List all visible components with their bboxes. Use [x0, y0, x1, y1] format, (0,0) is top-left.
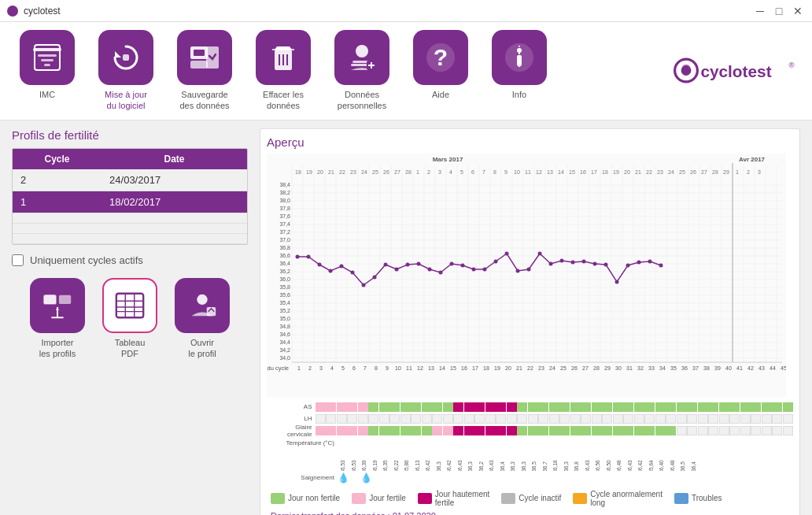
svg-point-199 — [450, 261, 454, 265]
as-cell — [379, 402, 389, 412]
svg-point-215 — [626, 263, 630, 267]
as-cell — [474, 402, 485, 412]
close-button[interactable]: ✕ — [790, 3, 806, 19]
temp-cell: 36,40 — [656, 441, 666, 471]
table-row[interactable] — [13, 233, 247, 243]
cervical-cell — [389, 426, 400, 435]
legend-inactive-label: Cycle inactif — [519, 494, 561, 502]
maximize-button[interactable]: □ — [771, 3, 787, 19]
import-label: Importerles profils — [39, 337, 76, 360]
temp-value: 35,64 — [648, 460, 654, 471]
cervical-cell — [581, 426, 591, 435]
temp-cell: 36,3 — [434, 441, 444, 471]
imc-label: IMC — [39, 89, 55, 100]
as-cell — [549, 402, 559, 412]
as-cell — [655, 402, 666, 412]
as-cell — [783, 402, 793, 412]
cervical-cell — [316, 426, 326, 435]
svg-text:25: 25 — [560, 365, 567, 371]
legend-highly-fertile-label: Jour hautementfertile — [435, 490, 490, 507]
as-cell — [762, 402, 772, 412]
table-row[interactable]: 118/02/2017 — [13, 191, 247, 213]
as-cell — [316, 402, 326, 412]
svg-text:35,4: 35,4 — [279, 300, 290, 306]
svg-text:20: 20 — [317, 169, 323, 175]
lh-cell — [740, 414, 751, 424]
svg-text:cyclotest: cyclotest — [700, 62, 771, 80]
svg-text:35,6: 35,6 — [279, 292, 290, 298]
cervical-cell — [719, 426, 729, 435]
minimize-button[interactable]: ─ — [752, 3, 768, 19]
toolbar-item-imc[interactable]: IMC — [16, 30, 79, 100]
cervical-cell — [474, 426, 485, 435]
svg-text:17: 17 — [591, 169, 597, 175]
svg-text:43: 43 — [758, 365, 765, 371]
toolbar-item-erase[interactable]: Effacer lesdonnées — [252, 30, 315, 112]
date-cell: 24/03/2017 — [102, 169, 247, 191]
svg-text:45: 45 — [781, 365, 786, 371]
ouvrir-button[interactable]: Ouvrirle profil — [171, 278, 234, 360]
toolbar-item-backup[interactable]: Sauvegardedes données — [173, 30, 236, 112]
temp-cell: 36,7 — [540, 441, 550, 471]
svg-text:35,0: 35,0 — [279, 316, 290, 321]
toolbar-item-personal[interactable]: Donnéespersonnelles — [330, 30, 393, 112]
temp-cell: 36,3 — [561, 441, 571, 471]
svg-text:38,2: 38,2 — [279, 190, 290, 195]
svg-text:34: 34 — [659, 365, 666, 371]
backup-icon-box — [177, 30, 232, 85]
as-cell — [634, 402, 644, 412]
temp-value: 36,42 — [425, 460, 430, 471]
cervical-cell — [644, 426, 655, 435]
svg-text:23: 23 — [350, 169, 356, 175]
lh-cell — [655, 414, 666, 424]
svg-text:44: 44 — [770, 365, 776, 371]
cervical-cell — [634, 426, 644, 435]
info-icon-box: i i — [492, 30, 547, 85]
lh-cell — [549, 414, 559, 424]
lh-cell — [559, 414, 570, 424]
legend-green-swatch — [271, 493, 285, 504]
active-cycles-label: Uniquement cycles actifs — [30, 254, 143, 266]
import-button[interactable]: Importerles profils — [26, 278, 89, 360]
svg-text:25: 25 — [372, 169, 378, 175]
toolbar: IMC Mise à jourdu logiciel — [0, 22, 812, 120]
toolbar-item-help[interactable]: ? Aide — [409, 30, 472, 100]
svg-point-208 — [549, 261, 553, 265]
table-row[interactable] — [13, 213, 247, 223]
table-row[interactable]: 224/03/2017 — [13, 169, 247, 191]
svg-text:1: 1 — [297, 365, 301, 371]
toolbar-item-update[interactable]: Mise à jourdu logiciel — [94, 30, 157, 112]
temp-value: 36,53 — [340, 460, 345, 471]
as-cell — [432, 402, 442, 412]
lh-cell — [474, 414, 485, 424]
svg-text:37,0: 37,0 — [279, 237, 290, 243]
update-icon-box — [98, 30, 153, 85]
tableau-label: TableauPDF — [115, 337, 146, 360]
svg-point-190 — [351, 270, 355, 274]
cervical-cell — [528, 426, 538, 435]
svg-text:38,4: 38,4 — [279, 182, 290, 187]
as-cell — [602, 402, 612, 412]
temp-value: 36,3 — [510, 461, 515, 471]
cervical-cell — [677, 426, 687, 435]
svg-point-218 — [659, 263, 663, 267]
cervical-cell — [559, 426, 570, 435]
svg-text:4: 4 — [449, 169, 452, 175]
svg-rect-29 — [517, 55, 522, 66]
table-row[interactable] — [13, 223, 247, 233]
svg-point-212 — [593, 261, 597, 265]
lh-cell — [337, 414, 347, 424]
lh-cell — [453, 414, 463, 424]
lh-cell — [507, 414, 517, 424]
svg-text:25: 25 — [679, 169, 685, 175]
legend-long-label: Cycle anormalementlong — [590, 490, 663, 507]
svg-text:31: 31 — [626, 365, 633, 371]
svg-point-194 — [395, 267, 399, 271]
tableau-button[interactable]: TableauPDF — [98, 278, 161, 360]
svg-text:37,6: 37,6 — [279, 213, 290, 219]
cervical-cell — [762, 426, 772, 435]
active-cycles-checkbox[interactable] — [12, 254, 24, 266]
toolbar-item-info[interactable]: i i Info — [488, 30, 551, 100]
lh-cell — [592, 414, 602, 424]
data-rows-section: AS LH Glaire cervicale — [271, 402, 793, 436]
